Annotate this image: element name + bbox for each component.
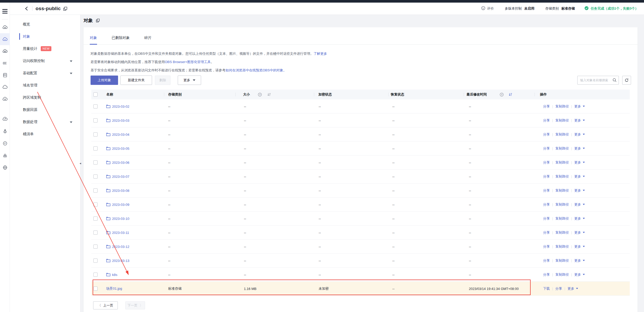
action-link[interactable]: 复制路径 [555, 132, 569, 137]
table-row[interactable]: 2023-03-08 -- -- -- -- -- 分享|复制路径|更多 [91, 184, 630, 198]
sidebar-item-overview[interactable]: 概览 [10, 18, 80, 30]
action-link[interactable]: 复制路径 [555, 230, 569, 235]
row-checkbox[interactable] [93, 160, 98, 165]
learn-more-link[interactable]: 了解更多 [313, 52, 327, 56]
action-link[interactable]: 分享 [543, 230, 550, 235]
action-link[interactable]: 复制路径 [555, 202, 569, 207]
action-link[interactable]: 更多 [574, 174, 581, 179]
row-checkbox[interactable] [93, 118, 98, 123]
object-name-link[interactable]: k8s [112, 273, 117, 276]
object-name-link[interactable]: 2023-03-09 [112, 202, 129, 206]
action-link[interactable]: 分享 [543, 216, 550, 221]
cloud-upload-icon[interactable] [0, 93, 10, 105]
table-row[interactable]: 2023-03-04 -- -- -- -- -- 分享|复制路径|更多 [91, 127, 630, 141]
obs-browser-link[interactable]: OBS Browser+图形化管理工具 [165, 60, 211, 64]
action-link[interactable]: 分享 [543, 146, 550, 151]
object-name-link[interactable]: 2023-03-08 [112, 188, 129, 192]
action-link[interactable]: 复制路径 [555, 104, 569, 109]
action-link[interactable]: 下载 [543, 286, 550, 291]
action-link[interactable]: 更多 [574, 258, 581, 263]
row-checkbox[interactable] [93, 230, 98, 235]
obs-storage-icon[interactable] [0, 33, 10, 45]
action-link[interactable]: 复制路径 [555, 174, 569, 179]
row-checkbox[interactable] [93, 174, 98, 179]
row-checkbox[interactable] [93, 132, 98, 137]
action-link[interactable]: 复制路径 [555, 258, 569, 263]
tab-0[interactable]: 对象 [90, 36, 97, 44]
more-button[interactable]: 更多 [178, 76, 201, 85]
ip-icon[interactable]: IP [0, 137, 10, 149]
action-link[interactable]: 分享 [543, 174, 550, 179]
menu-hamburger-icon[interactable] [2, 9, 8, 13]
prism-icon[interactable] [0, 125, 10, 137]
sidebar-item-permissions[interactable]: 访问权限控制 [10, 55, 80, 67]
tab-2[interactable]: 碎片 [144, 36, 152, 44]
size-sort-icon[interactable] [267, 93, 271, 96]
cloud-card-icon[interactable] [0, 45, 10, 57]
row-checkbox[interactable] [93, 146, 98, 151]
refresh-button[interactable] [622, 76, 631, 85]
cloud-icon[interactable] [0, 81, 10, 93]
table-row[interactable]: 2023-03-09 -- -- -- -- -- 分享|复制路径|更多 [91, 198, 630, 212]
table-row[interactable]: 2023-03-11 -- -- -- -- -- 分享|复制路径|更多 [91, 226, 630, 240]
back-button[interactable] [24, 6, 29, 11]
sidebar-item-back-to-source[interactable]: 数据回源 [10, 104, 80, 116]
action-link[interactable]: 分享 [543, 258, 550, 263]
action-link[interactable]: 更多 [567, 286, 574, 291]
action-link[interactable]: 分享 [543, 188, 550, 193]
copy-page-title-icon[interactable] [96, 19, 100, 22]
action-link[interactable]: 更多 [574, 118, 581, 123]
row-checkbox[interactable] [93, 202, 98, 207]
action-link[interactable]: 分享 [543, 132, 550, 137]
action-link[interactable]: 复制路径 [555, 160, 569, 165]
action-link[interactable]: 复制路径 [555, 118, 569, 123]
sidebar-item-bucket-inventory[interactable]: 桶清单 [10, 128, 80, 140]
preview-help-link[interactable]: 如何在浏览器中在线预览OBS中的对象。 [225, 68, 286, 72]
action-link[interactable]: 分享 [543, 104, 550, 109]
action-link[interactable]: 复制路径 [555, 244, 569, 249]
action-link[interactable]: 更多 [574, 230, 581, 235]
action-link[interactable]: 更多 [574, 188, 581, 193]
globe-icon[interactable] [0, 161, 10, 173]
row-checkbox[interactable] [93, 245, 98, 249]
sidebar-item-basic-config[interactable]: 基础配置 [10, 67, 80, 79]
object-name-link[interactable]: 2023-03-03 [112, 118, 129, 122]
table-row[interactable]: 场景01.jpg 标准存储 1.16 MB 未加密 -- 2023/03/14 … [91, 282, 630, 296]
next-page-button[interactable]: 下一页 〉 [125, 301, 145, 309]
new-folder-button[interactable]: 新建文件夹 [120, 76, 152, 85]
object-name-link[interactable]: 2023-03-02 [112, 104, 129, 108]
object-name-link[interactable]: 2023-03-13 [112, 259, 129, 262]
object-name-link[interactable]: 2023-03-10 [112, 216, 129, 220]
action-link[interactable]: 更多 [574, 160, 581, 165]
modified-sort-icon[interactable] [508, 93, 512, 96]
cloud-server-icon[interactable] [0, 21, 10, 33]
search-icon[interactable] [612, 78, 617, 82]
table-row[interactable]: 2023-03-07 -- -- -- -- -- 分享|复制路径|更多 [91, 169, 630, 184]
action-link[interactable]: 分享 [543, 160, 550, 165]
table-row[interactable]: 2023-03-12 -- -- -- -- -- 分享|复制路径|更多 [91, 240, 630, 254]
copy-bucket-name-icon[interactable] [63, 7, 67, 11]
cloud-sync-icon[interactable] [0, 113, 10, 125]
action-link[interactable]: 更多 [574, 272, 581, 277]
modified-help-icon[interactable]: ? [500, 93, 504, 97]
action-link[interactable]: 更多 [574, 244, 581, 249]
object-name-link[interactable]: 2023-03-11 [112, 230, 129, 234]
table-row[interactable]: 2023-03-05 -- -- -- -- -- 分享|复制路径|更多 [91, 141, 630, 155]
table-row[interactable]: 2023-03-13 -- -- -- -- -- 分享|复制路径|更多 [91, 254, 630, 268]
row-checkbox[interactable] [93, 188, 98, 193]
feedback-button[interactable]: 评价 [481, 6, 494, 11]
action-link[interactable]: 更多 [574, 104, 581, 109]
action-link[interactable]: 分享 [555, 286, 562, 291]
size-help-icon[interactable]: ? [258, 93, 262, 97]
waves-icon[interactable] [0, 57, 10, 69]
action-link[interactable]: 复制路径 [555, 272, 569, 277]
upload-object-button[interactable]: 上传对象 [91, 76, 118, 85]
action-link[interactable]: 更多 [574, 202, 581, 207]
sidebar-item-metrics[interactable]: 用量统计NEW [10, 43, 80, 55]
table-row[interactable]: k8s -- -- -- -- -- 分享|复制路径|更多 [91, 268, 630, 282]
task-status[interactable]: 任务完成（成功1个，失败0个） [584, 6, 638, 11]
table-row[interactable]: 2023-03-03 -- -- -- -- -- 分享|复制路径|更多 [91, 113, 630, 127]
table-row[interactable]: 2023-03-02 -- -- -- -- -- 分享|复制路径|更多 [91, 99, 630, 113]
prev-page-button[interactable]: 〈 上一页 [93, 301, 118, 309]
action-link[interactable]: 分享 [543, 202, 550, 207]
